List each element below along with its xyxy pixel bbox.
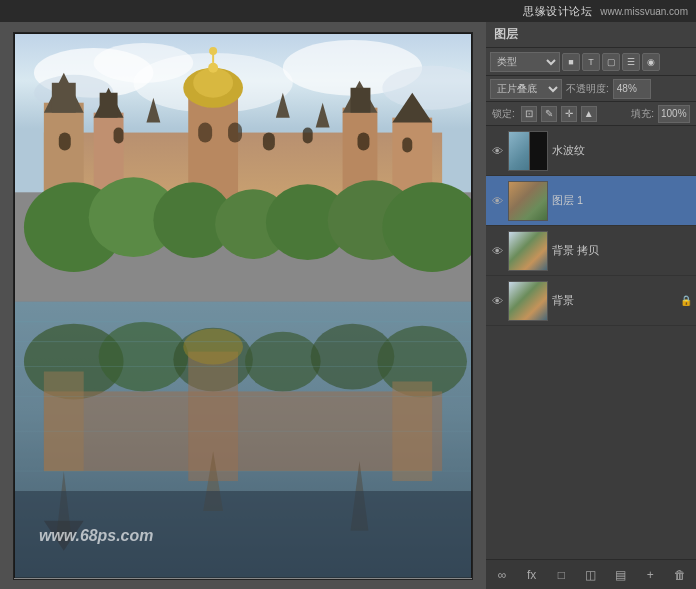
fill-label: 填充: [631,107,654,121]
svg-rect-28 [59,132,71,150]
type-filter-select[interactable]: 类型 [490,52,560,72]
layers-toolbar: 类型 ■ T ▢ ☰ ◉ [486,48,696,76]
svg-text:www.68ps.com: www.68ps.com [39,526,153,543]
new-group-button[interactable]: ▤ [611,565,631,585]
lock-label: 锁定: [492,107,515,121]
svg-point-56 [183,328,243,364]
fill-input[interactable] [658,105,690,123]
delete-layer-button[interactable]: 🗑 [670,565,690,585]
svg-rect-32 [263,132,275,150]
layer-visibility-bg-preview[interactable]: 👁 [490,244,504,258]
layer-thumbnail-bg-preview [508,231,548,271]
layer-lock-icon: 🔒 [680,295,692,306]
canvas-area: www.68ps.com [0,22,486,589]
lock-position-icon[interactable]: ✛ [561,106,577,122]
layer-visibility-water-ripple[interactable]: 👁 [490,144,504,158]
layer-type-smart-icon[interactable]: ☰ [622,53,640,71]
new-layer-button[interactable]: + [640,565,660,585]
site-url: www.missvuan.com [600,6,688,17]
svg-rect-30 [198,122,212,142]
svg-rect-31 [228,122,242,142]
castle-image: www.68ps.com [14,33,472,579]
layers-panel: 图层 类型 ■ T ▢ ☰ ◉ 正片叠底 不透明度: 锁定: ⊡ ✎ ✛ ▲ 填… [486,22,696,589]
site-logo: 思缘设计论坛 [523,4,592,19]
svg-rect-10 [52,82,76,112]
svg-rect-34 [357,132,369,150]
svg-rect-35 [402,137,412,152]
blend-mode-select[interactable]: 正片叠底 [490,79,562,99]
layer-visibility-bg[interactable]: 👁 [490,294,504,308]
layer-type-shape-icon[interactable]: ▢ [602,53,620,71]
lock-transparent-icon[interactable]: ⊡ [521,106,537,122]
layer-visibility-layer1[interactable]: 👁 [490,194,504,208]
canvas-frame: www.68ps.com [13,32,473,580]
layers-bottom-bar: ∞ fx □ ◫ ▤ + 🗑 [486,559,696,589]
lock-row: 锁定: ⊡ ✎ ✛ ▲ 填充: [486,102,696,126]
add-mask-button[interactable]: □ [551,565,571,585]
layers-list: 👁 水波纹 👁 图层 1 👁 背景 拷贝 👁 背景 🔒 [486,126,696,559]
svg-rect-13 [100,92,118,117]
lock-all-icon[interactable]: ▲ [581,106,597,122]
svg-point-17 [208,62,218,72]
layer-name-layer1: 图层 1 [552,193,692,208]
svg-rect-29 [114,127,124,143]
add-style-button[interactable]: fx [522,565,542,585]
svg-point-19 [209,46,217,54]
svg-point-49 [245,331,321,391]
layer-item-layer1[interactable]: 👁 图层 1 [486,176,696,226]
layer-name-water-ripple: 水波纹 [552,143,692,158]
layers-panel-header: 图层 [486,22,696,48]
layer-name-bg-preview: 背景 拷贝 [552,243,692,258]
layers-panel-title: 图层 [494,26,518,43]
new-adjustment-button[interactable]: ◫ [581,565,601,585]
opacity-input[interactable] [613,79,651,99]
layer-thumbnail-water-ripple [508,131,548,171]
top-bar: 思缘设计论坛 www.missvuan.com [0,0,696,22]
blend-mode-row: 正片叠底 不透明度: [486,76,696,102]
layer-item-water-ripple[interactable]: 👁 水波纹 [486,126,696,176]
opacity-label: 不透明度: [566,82,609,96]
layer-filter-toggle[interactable]: ◉ [642,53,660,71]
svg-rect-22 [351,87,371,112]
svg-rect-53 [44,371,84,471]
lock-image-icon[interactable]: ✎ [541,106,557,122]
layer-thumbnail-layer1 [508,181,548,221]
layer-thumbnail-bg [508,281,548,321]
svg-rect-33 [303,127,313,143]
layer-type-text-icon[interactable]: T [582,53,600,71]
link-layers-button[interactable]: ∞ [492,565,512,585]
layer-type-pixel-icon[interactable]: ■ [562,53,580,71]
layer-item-bg-preview[interactable]: 👁 背景 拷贝 [486,226,696,276]
layer-item-bg[interactable]: 👁 背景 🔒 [486,276,696,326]
layer-name-bg: 背景 [552,293,676,308]
